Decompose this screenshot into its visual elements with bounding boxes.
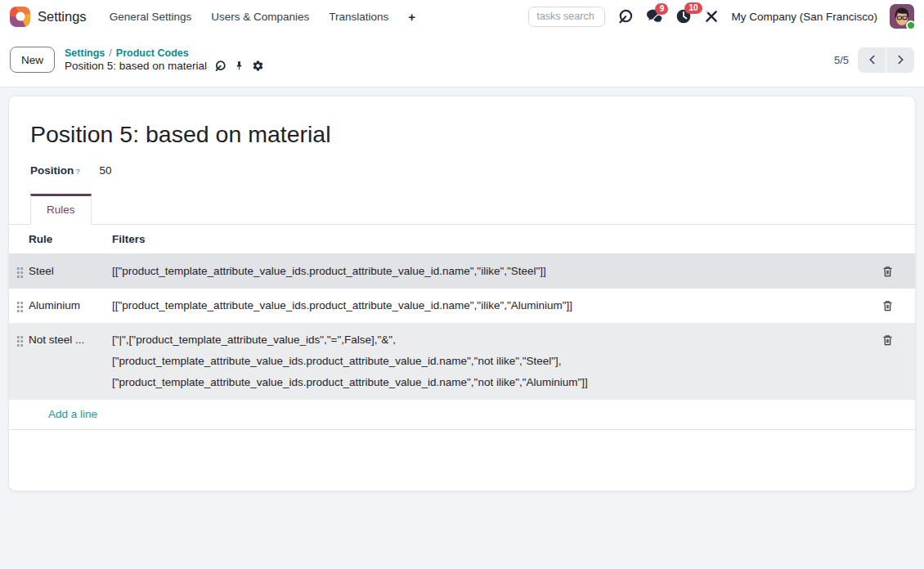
rule-name-cell[interactable]: Steel — [27, 261, 112, 282]
table-header-row: Rule Filters — [9, 225, 915, 254]
table-row[interactable]: Steel [["product_template_attribute_valu… — [9, 254, 915, 289]
help-tooltip-marker[interactable]: ? — [75, 167, 79, 176]
main-area: Position 5: based on material Position? … — [0, 87, 924, 500]
top-navbar: Settings General Settings Users & Compan… — [0, 0, 924, 33]
loop-icon[interactable] — [617, 8, 634, 25]
activities-clock-icon[interactable]: 10 — [675, 8, 692, 25]
position-field-label: Position — [30, 164, 74, 177]
company-switcher[interactable]: My Company (San Francisco) — [731, 11, 877, 23]
record-pager: 5/5 — [834, 47, 914, 73]
loop-icon[interactable] — [214, 60, 227, 72]
control-panel: New Settings / Product Codes Position 5:… — [0, 33, 924, 87]
table-row[interactable]: Not steel ... ["|",["product_template_at… — [9, 323, 915, 400]
tools-icon[interactable] — [704, 9, 719, 24]
menu-general-settings[interactable]: General Settings — [100, 2, 202, 31]
drag-handle-icon[interactable] — [16, 335, 24, 347]
delete-row-trash-icon[interactable] — [881, 299, 894, 312]
drag-handle-icon[interactable] — [16, 267, 24, 278]
rule-name-cell[interactable]: Not steel ... — [27, 329, 112, 351]
position-field-row: Position? 50 — [30, 164, 894, 177]
breadcrumb: Settings / Product Codes Position 5: bas… — [65, 47, 264, 72]
rules-table-body: Steel [["product_template_attribute_valu… — [9, 254, 915, 400]
activities-badge: 10 — [684, 2, 702, 14]
filters-cell[interactable]: [["product_template_attribute_value_ids.… — [112, 295, 872, 316]
menu-users-companies[interactable]: Users & Companies — [201, 2, 319, 31]
add-line-row: Add a line — [9, 400, 915, 430]
odoo-logo-icon[interactable] — [10, 7, 30, 27]
online-status-dot — [906, 20, 916, 30]
messages-icon[interactable]: 9 — [646, 9, 663, 25]
app-name[interactable]: Settings — [38, 9, 87, 25]
delete-row-trash-icon[interactable] — [881, 334, 894, 347]
new-button[interactable]: New — [10, 47, 55, 73]
user-avatar[interactable] — [890, 4, 914, 29]
gear-icon[interactable] — [252, 60, 264, 72]
page-title: Position 5: based on material — [30, 121, 894, 148]
rule-name-cell[interactable]: Aluminium — [27, 295, 112, 316]
add-a-line-link[interactable]: Add a line — [48, 408, 97, 420]
form-sheet: Position 5: based on material Position? … — [8, 96, 916, 491]
menu-translations[interactable]: Translations — [319, 2, 398, 31]
notebook-tabs: Rules — [9, 194, 915, 225]
tab-rules[interactable]: Rules — [30, 194, 92, 225]
column-header-filters[interactable]: Filters — [112, 233, 872, 245]
breadcrumb-link-product-codes[interactable]: Product Codes — [116, 47, 189, 59]
filters-cell[interactable]: ["|",["product_template_attribute_value_… — [112, 329, 872, 393]
pager-next-button[interactable] — [886, 47, 914, 73]
delete-row-trash-icon[interactable] — [881, 265, 894, 278]
drag-handle-icon[interactable] — [16, 301, 24, 312]
messages-badge: 9 — [655, 3, 668, 15]
table-row[interactable]: Aluminium [["product_template_attribute_… — [9, 289, 915, 323]
breadcrumb-current: Position 5: based on material — [65, 60, 207, 72]
plus-menu-icon[interactable]: + — [398, 3, 425, 30]
pin-icon[interactable] — [234, 60, 244, 72]
rules-table: Rule Filters Steel [["product_template_a… — [9, 225, 915, 430]
pager-count: 5/5 — [834, 54, 849, 66]
filters-cell[interactable]: [["product_template_attribute_value_ids.… — [112, 261, 872, 282]
breadcrumb-separator: / — [109, 47, 111, 59]
search-input[interactable] — [528, 7, 605, 27]
column-header-rule[interactable]: Rule — [27, 233, 112, 245]
position-field-value[interactable]: 50 — [100, 164, 112, 177]
breadcrumb-link-settings[interactable]: Settings — [65, 47, 105, 59]
pager-previous-button[interactable] — [858, 47, 886, 73]
